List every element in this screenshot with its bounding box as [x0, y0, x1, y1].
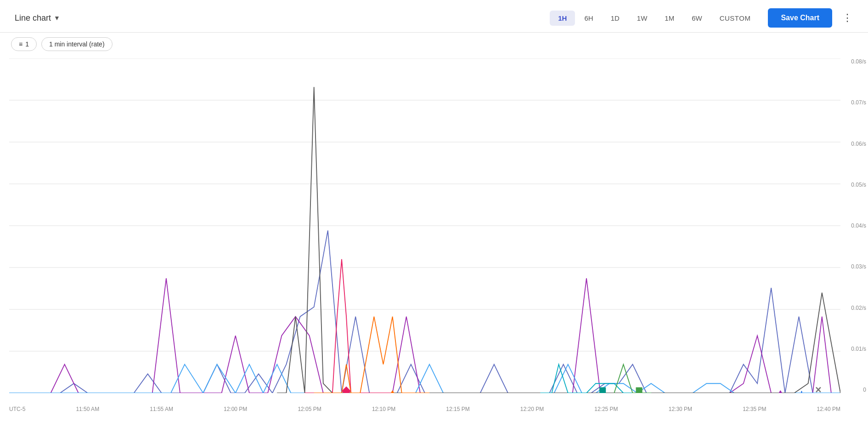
- x-label-1230: 12:30 PM: [669, 406, 692, 412]
- interval-button[interactable]: 1 min interval (rate): [41, 37, 113, 51]
- y-label-7: 0.01/s: [842, 346, 866, 352]
- line-lightblue: [9, 365, 840, 393]
- time-range-6h[interactable]: 6H: [576, 11, 601, 26]
- time-range-1w[interactable]: 1W: [629, 11, 656, 26]
- y-label-8: 0: [842, 387, 866, 393]
- y-axis-labels: 0.08/s 0.07/s 0.06/s 0.05/s 0.04/s 0.03/…: [842, 58, 866, 393]
- x-label-1150: 11:50 AM: [76, 406, 99, 412]
- marker-x-gray: ✕: [815, 385, 822, 393]
- more-options-button[interactable]: ⋮: [838, 9, 857, 27]
- x-label-1215: 12:15 PM: [446, 406, 469, 412]
- line-purple: [9, 278, 840, 393]
- line-blue: [9, 230, 840, 393]
- line-pink: [305, 259, 393, 393]
- x-label-1220: 12:20 PM: [520, 406, 544, 412]
- y-label-0: 0.08/s: [842, 58, 866, 65]
- filter-icon: ≡: [19, 40, 23, 48]
- line-orange: [314, 317, 429, 393]
- toolbar: ≡ 1 1 min interval (rate): [0, 33, 868, 54]
- filter-label: 1: [25, 40, 29, 48]
- time-range-1h[interactable]: 1H: [550, 11, 575, 26]
- x-label-1225: 12:25 PM: [594, 406, 618, 412]
- chart-svg: + ✕: [9, 58, 840, 393]
- line-darkgray: [277, 87, 840, 393]
- y-label-3: 0.05/s: [842, 182, 866, 188]
- time-range-1m[interactable]: 1M: [656, 11, 682, 26]
- x-label-1200: 12:00 PM: [224, 406, 247, 412]
- marker-square-teal: [599, 388, 606, 393]
- x-label-1240: 12:40 PM: [817, 406, 840, 412]
- save-chart-button[interactable]: Save Chart: [768, 8, 832, 28]
- dropdown-arrow-icon: ▼: [54, 14, 60, 22]
- y-label-1: 0.07/s: [842, 99, 866, 106]
- x-label-1205: 12:05 PM: [298, 406, 321, 412]
- header: Line chart ▼ 1H 6H 1D 1W 1M 6W CUSTOM Sa…: [0, 0, 868, 33]
- time-range-6w[interactable]: 6W: [683, 11, 710, 26]
- time-range-1d[interactable]: 1D: [603, 11, 628, 26]
- marker-plus-blue: +: [799, 388, 805, 393]
- chart-area: + ✕ 0.08/s 0.07/s 0.06/s 0.05/s 0.04/s 0…: [0, 54, 868, 416]
- x-axis-labels: UTC-5 11:50 AM 11:55 AM 12:00 PM 12:05 P…: [9, 406, 840, 412]
- chart-type-label: Line chart: [15, 13, 51, 23]
- time-range-group: 1H 6H 1D 1W 1M 6W CUSTOM: [550, 11, 759, 26]
- y-label-4: 0.04/s: [842, 222, 866, 229]
- time-range-custom[interactable]: CUSTOM: [711, 11, 759, 26]
- chart-type-button[interactable]: Line chart ▼: [11, 11, 64, 26]
- x-label-1210: 12:10 PM: [372, 406, 395, 412]
- x-label-1155: 11:55 AM: [150, 406, 173, 412]
- x-label-utc5: UTC-5: [9, 406, 25, 412]
- filter-button[interactable]: ≡ 1: [11, 37, 37, 51]
- y-label-2: 0.06/s: [842, 141, 866, 147]
- marker-square-green: [636, 388, 643, 393]
- y-label-6: 0.02/s: [842, 305, 866, 311]
- x-label-1235: 12:35 PM: [743, 406, 766, 412]
- y-label-5: 0.03/s: [842, 263, 866, 270]
